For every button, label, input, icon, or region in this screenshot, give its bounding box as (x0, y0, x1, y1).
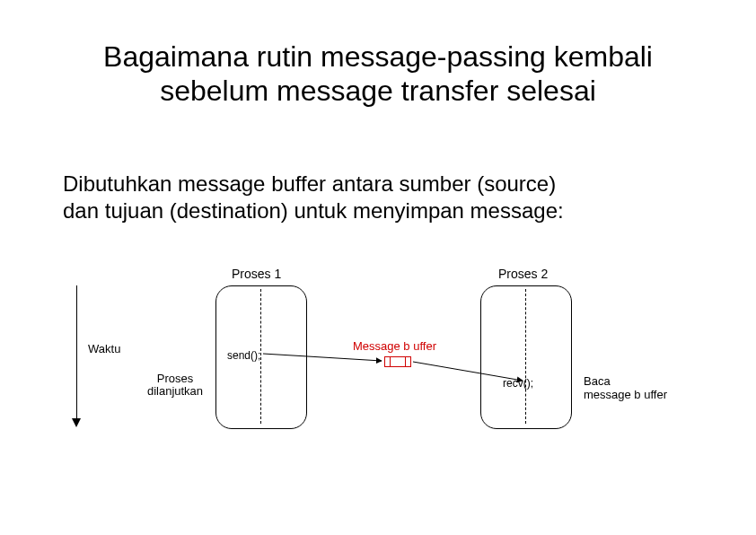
arrows-layer (0, 0, 756, 535)
diagram: Proses 1 Proses 2 Waktu Proses dilanjutk… (0, 0, 756, 535)
arrow-send-to-buffer (263, 354, 382, 361)
arrow-buffer-to-recv (413, 362, 523, 381)
